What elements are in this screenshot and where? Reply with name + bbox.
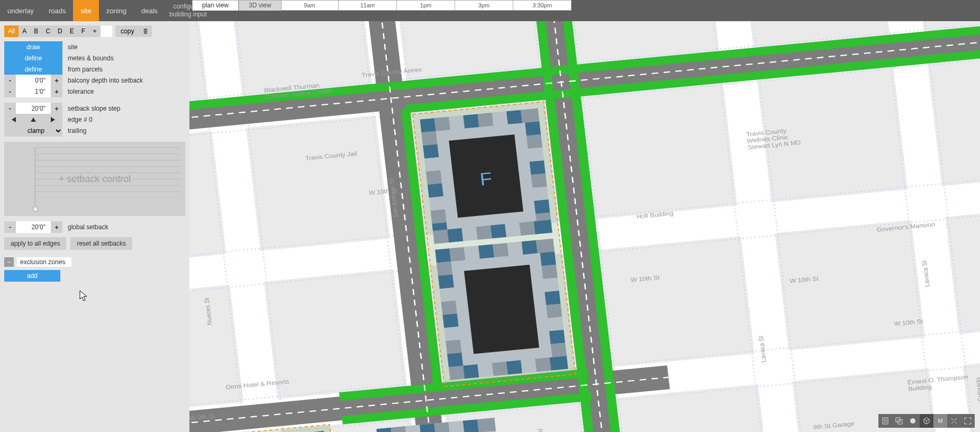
- setback-handle[interactable]: [33, 206, 38, 212]
- minus-button[interactable]: -: [4, 75, 16, 86]
- svg-rect-96: [441, 301, 457, 315]
- apply-all-edges-button[interactable]: apply to all edges: [4, 237, 66, 250]
- filter-all[interactable]: All: [4, 25, 19, 37]
- filter-F[interactable]: F: [78, 25, 89, 37]
- collapse-toggle[interactable]: －: [4, 257, 14, 267]
- global-setback-value[interactable]: 20'0": [16, 221, 51, 233]
- svg-rect-68: [527, 134, 542, 149]
- copy-button[interactable]: copy: [115, 25, 139, 37]
- time-slot[interactable]: 3:30pm: [513, 0, 571, 11]
- svg-rect-99: [446, 339, 461, 354]
- svg-rect-52: [447, 228, 463, 242]
- tool-measure-icon[interactable]: M: [933, 414, 947, 428]
- draw-site-label: site: [62, 41, 185, 53]
- tab-underlay[interactable]: underlay: [0, 0, 41, 21]
- global-setback-stepper[interactable]: - 20'0" +: [4, 221, 62, 233]
- reset-setbacks-button[interactable]: reset all setbacks: [70, 237, 132, 250]
- link-building-input[interactable]: building input: [169, 11, 207, 19]
- time-slot[interactable]: 9am: [280, 0, 339, 11]
- view-tabs: plan view 3D view: [192, 0, 282, 11]
- time-slot[interactable]: 3pm: [455, 0, 513, 11]
- svg-rect-53: [461, 227, 477, 241]
- minus-button[interactable]: -: [4, 103, 16, 114]
- next-edge-button[interactable]: [51, 117, 55, 122]
- tool-document-icon[interactable]: [878, 414, 892, 428]
- filter-blank: [101, 25, 112, 37]
- add-exclusion-button[interactable]: add: [4, 270, 60, 282]
- edge-spinner[interactable]: [4, 114, 62, 125]
- tool-expand-icon[interactable]: [961, 414, 975, 428]
- viewtab-plan[interactable]: plan view: [192, 0, 239, 11]
- minus-button[interactable]: -: [4, 221, 16, 233]
- balcony-depth-stepper[interactable]: - 0'0" +: [4, 75, 62, 86]
- slope-step-stepper[interactable]: - 20'0" +: [4, 103, 62, 114]
- tool-cube-icon[interactable]: [920, 414, 933, 428]
- viewtab-3d[interactable]: 3D view: [239, 0, 282, 11]
- svg-rect-50: [521, 109, 539, 123]
- tab-zoning[interactable]: zoning: [99, 0, 134, 21]
- time-slot[interactable]: 1pm: [397, 0, 455, 11]
- svg-rect-94: [438, 274, 454, 289]
- svg-rect-103: [543, 277, 559, 292]
- svg-rect-85: [449, 366, 465, 380]
- svg-rect-69: [528, 147, 544, 161]
- prev-edge-button[interactable]: [12, 117, 16, 122]
- site-filter-row: All A B C D E F + copy: [4, 25, 185, 37]
- svg-rect-60: [423, 144, 439, 158]
- tab-roads[interactable]: roads: [41, 0, 74, 21]
- edge-up-button[interactable]: [31, 118, 36, 122]
- tool-circle-icon[interactable]: [906, 414, 920, 428]
- svg-rect-62: [426, 170, 442, 185]
- svg-rect-107: [549, 330, 565, 344]
- minus-button[interactable]: -: [4, 86, 16, 97]
- filter-E[interactable]: E: [66, 25, 78, 37]
- plus-button[interactable]: +: [51, 86, 62, 97]
- filter-B[interactable]: B: [30, 25, 42, 37]
- plus-button[interactable]: +: [51, 103, 62, 114]
- svg-rect-119: [420, 424, 435, 432]
- svg-rect-92: [550, 356, 568, 371]
- draw-site-button[interactable]: draw: [4, 41, 62, 53]
- delete-button[interactable]: [139, 25, 152, 37]
- global-setback-label: global setback: [62, 221, 185, 233]
- svg-rect-70: [530, 160, 546, 175]
- filter-A[interactable]: A: [19, 25, 30, 37]
- clamp-select[interactable]: clamp: [4, 125, 62, 137]
- tool-crop-icon[interactable]: [947, 414, 961, 428]
- tool-layers-icon[interactable]: [892, 414, 906, 428]
- filter-add[interactable]: +: [89, 25, 101, 37]
- svg-rect-91: [535, 357, 551, 372]
- slope-step-value[interactable]: 20'0": [16, 103, 51, 114]
- building-label-F: F: [479, 168, 493, 190]
- time-slot[interactable]: 11am: [339, 0, 397, 11]
- svg-rect-120: [434, 422, 450, 432]
- tolerance-label: tolerance: [62, 86, 185, 97]
- svg-rect-65: [431, 209, 447, 223]
- timeline[interactable]: 9am 11am 1pm 3pm 3:30pm: [280, 0, 980, 11]
- tolerance-stepper[interactable]: - 1'0" +: [4, 86, 62, 97]
- plus-button[interactable]: +: [51, 221, 62, 233]
- svg-rect-48: [492, 111, 508, 125]
- define-parcels-button[interactable]: define: [4, 64, 62, 75]
- svg-rect-101: [540, 251, 556, 266]
- exclusion-zones-header: exclusion zones: [17, 257, 71, 267]
- define-metes-button[interactable]: define: [4, 52, 62, 64]
- svg-rect-73: [534, 200, 550, 214]
- svg-rect-100: [447, 353, 463, 367]
- clamp-label: trailing: [62, 125, 185, 137]
- setback-control-canvas[interactable]: + setback control: [4, 142, 185, 216]
- tab-site[interactable]: site: [73, 0, 98, 21]
- filter-D[interactable]: D: [54, 25, 66, 37]
- slope-step-label: setback slope step: [62, 103, 185, 114]
- tab-deals[interactable]: deals: [134, 0, 165, 21]
- tolerance-value[interactable]: 1'0": [16, 86, 51, 97]
- map-canvas[interactable]: F: [189, 21, 980, 432]
- svg-rect-57: [519, 221, 535, 236]
- filter-C[interactable]: C: [42, 25, 54, 37]
- svg-rect-51: [433, 229, 449, 244]
- edge-label: edge # 0: [62, 114, 185, 125]
- svg-rect-76: [464, 265, 539, 354]
- balcony-depth-value[interactable]: 0'0": [16, 75, 51, 86]
- plus-button[interactable]: +: [51, 75, 62, 86]
- svg-rect-123: [477, 418, 496, 432]
